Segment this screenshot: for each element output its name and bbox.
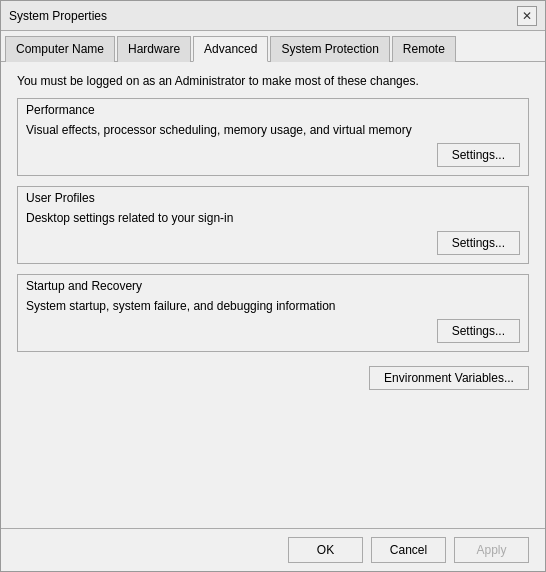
startup-recovery-group-title: Startup and Recovery (18, 275, 528, 295)
user-profiles-group-title: User Profiles (18, 187, 528, 207)
performance-settings-button[interactable]: Settings... (437, 143, 520, 167)
window-title: System Properties (9, 9, 107, 23)
startup-recovery-group: Startup and Recovery System startup, sys… (17, 274, 529, 352)
spacer (17, 394, 529, 516)
bottom-bar: OK Cancel Apply (1, 528, 545, 571)
ok-button[interactable]: OK (288, 537, 363, 563)
tab-content: You must be logged on as an Administrato… (1, 62, 545, 528)
performance-group-title: Performance (18, 99, 528, 119)
title-bar: System Properties ✕ (1, 1, 545, 31)
system-properties-window: System Properties ✕ Computer Name Hardwa… (0, 0, 546, 572)
performance-settings-row: Settings... (26, 143, 520, 167)
startup-recovery-settings-button[interactable]: Settings... (437, 319, 520, 343)
env-variables-row: Environment Variables... (17, 366, 529, 390)
startup-recovery-settings-row: Settings... (26, 319, 520, 343)
user-profiles-desc: Desktop settings related to your sign-in (26, 211, 520, 225)
tab-hardware[interactable]: Hardware (117, 36, 191, 62)
performance-group-content: Visual effects, processor scheduling, me… (18, 119, 528, 175)
performance-desc: Visual effects, processor scheduling, me… (26, 123, 520, 137)
performance-group: Performance Visual effects, processor sc… (17, 98, 529, 176)
cancel-button[interactable]: Cancel (371, 537, 446, 563)
user-profiles-settings-button[interactable]: Settings... (437, 231, 520, 255)
user-profiles-group: User Profiles Desktop settings related t… (17, 186, 529, 264)
close-icon: ✕ (522, 9, 532, 23)
environment-variables-button[interactable]: Environment Variables... (369, 366, 529, 390)
tab-computer-name[interactable]: Computer Name (5, 36, 115, 62)
info-text: You must be logged on as an Administrato… (17, 74, 529, 88)
user-profiles-settings-row: Settings... (26, 231, 520, 255)
close-button[interactable]: ✕ (517, 6, 537, 26)
startup-recovery-desc: System startup, system failure, and debu… (26, 299, 520, 313)
tab-system-protection[interactable]: System Protection (270, 36, 389, 62)
tab-bar: Computer Name Hardware Advanced System P… (1, 31, 545, 62)
apply-button[interactable]: Apply (454, 537, 529, 563)
tab-advanced[interactable]: Advanced (193, 36, 268, 62)
user-profiles-group-content: Desktop settings related to your sign-in… (18, 207, 528, 263)
startup-recovery-group-content: System startup, system failure, and debu… (18, 295, 528, 351)
tab-remote[interactable]: Remote (392, 36, 456, 62)
